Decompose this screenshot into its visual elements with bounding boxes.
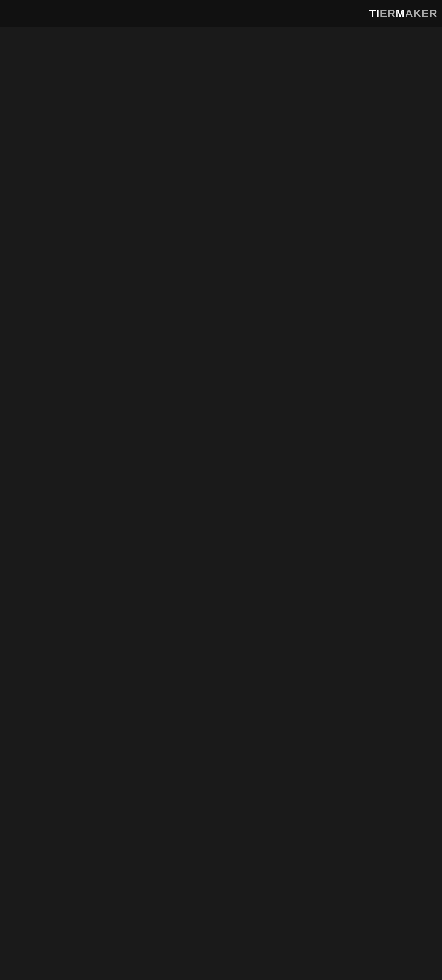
tiermaker-logo: TiERMAKER (345, 3, 437, 24)
header: TiERMAKER (0, 0, 442, 27)
page-wrapper: TiERMAKER (0, 0, 442, 27)
logo-grid (345, 3, 366, 24)
logo-text: TiERMAKER (369, 7, 437, 20)
